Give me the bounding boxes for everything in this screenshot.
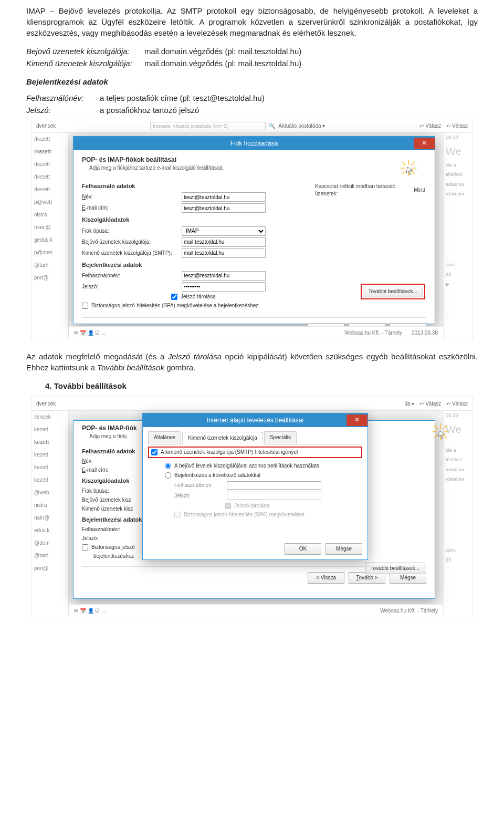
tab-general[interactable]: Általános [148, 431, 181, 444]
list-item[interactable]: rkezett [32, 183, 68, 196]
out-label: Kimenő üzenetek kiszolgálója (SMTP): [82, 250, 182, 257]
topbar-left: dvencek [36, 122, 56, 130]
list-item[interactable]: kezett [32, 461, 68, 474]
list-item[interactable]: nistra [32, 209, 68, 221]
list-item[interactable]: @tarh [32, 259, 68, 272]
more-settings-button[interactable]: További beállítások... [363, 286, 423, 297]
username-row: Felhasználónév: a teljes postafiók címe … [26, 92, 478, 103]
save-password-checkbox[interactable] [171, 294, 177, 300]
password-row: Jelszó: a postafiókhoz tartozó jelszó [26, 105, 478, 116]
list-item[interactable]: gedus.k [32, 234, 68, 246]
outlook-folder-list-2: vencek kezett kezett kezett kezett kezet… [32, 411, 69, 617]
dialog-titlebar: Fiók hozzáadása ✕ [74, 137, 435, 150]
same-settings-radio[interactable] [165, 463, 171, 469]
username-value: a teljes postafiók címe (pl: teszt@teszt… [100, 92, 478, 103]
list-item[interactable]: kezett [32, 474, 68, 486]
section-user: Felhasználó adatok [82, 182, 281, 190]
list-item[interactable]: port@ [32, 272, 68, 284]
list-item[interactable]: @tarh [32, 549, 68, 562]
incoming-server-field[interactable] [182, 237, 266, 247]
list-item[interactable]: p@web [32, 196, 68, 209]
reply-button-2[interactable]: ↩ Válasz [446, 122, 468, 130]
cursor-star-icon [398, 158, 419, 179]
list-item[interactable]: rkezett [32, 146, 68, 158]
tab-outgoing[interactable]: Kimenő üzenetek kiszolgálója [182, 432, 263, 444]
svg-line-7 [411, 162, 415, 165]
ok-button[interactable]: OK [285, 543, 321, 555]
strip-text: téséhez. [446, 171, 470, 178]
incoming-value: mail.domain.végződés (pl: mail.tesztolda… [144, 46, 478, 57]
spa-checkbox[interactable] [82, 303, 88, 309]
search-input[interactable]: Keresés: Aktuális postaláda (Ctrl+E) [150, 122, 266, 130]
account-type-select[interactable]: IMAP [182, 226, 266, 236]
footer-date: 2013.08.30 [412, 329, 438, 337]
strip-text: ▶ [446, 281, 470, 288]
user-label: Felhasználónév: [82, 272, 182, 279]
reply-button-4[interactable]: ↩ Válasz [446, 400, 468, 408]
outlook-topbar-2: dvencek da ▾ ↩ Válasz ↩ Válasz [32, 397, 472, 411]
internet-settings-dialog: Internet alapú levelezés beállításai ✕ Á… [142, 413, 368, 560]
list-item[interactable]: kezett [32, 423, 68, 436]
incoming-row: Bejövő üzenetek kiszolgálója: mail.domai… [26, 46, 478, 57]
outgoing-label: Kimenő üzenetek kiszolgálója: [26, 58, 144, 69]
cursor-star-icon-2 [430, 421, 451, 442]
password-field[interactable] [182, 282, 266, 292]
list-item[interactable]: p@dom [32, 246, 68, 259]
email-label: E-mail cím: [82, 204, 182, 212]
username-label: Felhasználónév: [26, 92, 100, 103]
login-heading: Bejelentkezési adatok [26, 76, 478, 87]
same-settings-label: A bejövő levelek kiszolgálójával azonos … [174, 462, 319, 470]
list-item[interactable]: kezett [32, 449, 68, 461]
right-strip: Cs 20 We ide a téséhez. adataina rdekébe… [443, 133, 472, 339]
offline-label: Kapcsolat nélküli módban tartandó üzenet… [315, 183, 411, 198]
smtp-auth-label: A kimenő üzenetek kiszolgálója (SMTP) hi… [161, 449, 298, 456]
intro-paragraph: IMAP – Bejövő levelezés protokollja. Az … [26, 5, 478, 38]
list-item[interactable]: rkezett [32, 133, 68, 146]
list-item[interactable]: port@ [32, 562, 68, 575]
svg-line-13 [443, 434, 447, 438]
spa-checkbox-back[interactable] [82, 544, 88, 551]
smtp-auth-checkbox[interactable] [151, 449, 158, 455]
close-button[interactable]: ✕ [414, 138, 435, 149]
outgoing-server-field[interactable] [182, 248, 266, 258]
list-item[interactable]: @web [32, 486, 68, 499]
list-item[interactable]: nain@ [32, 512, 68, 524]
strip-text: 23 [446, 272, 470, 278]
outgoing-row: Kimenő üzenetek kiszolgálója: mail.domai… [26, 58, 478, 69]
mailbox-dropdown[interactable]: Aktuális postaláda ▾ [278, 122, 325, 130]
settings-tabs: Általános Kimenő üzenetek kiszolgálója S… [148, 431, 362, 444]
reply-button-1[interactable]: ↩ Válasz [419, 122, 441, 130]
cancel-button-3[interactable]: Mégse [326, 543, 362, 555]
name-field[interactable] [182, 192, 266, 202]
strip-date: Cs 20 [446, 134, 470, 141]
close-button-2[interactable]: ✕ [346, 414, 368, 426]
list-item[interactable]: main@ [32, 221, 68, 234]
username-field[interactable] [182, 271, 266, 281]
topbar-left-2: dvencek [36, 400, 56, 408]
list-item[interactable]: @dom [32, 537, 68, 549]
in-label: Bejövő üzenetek kiszolgálója: [82, 238, 182, 246]
highlight-box: További beállítások... [361, 284, 425, 299]
outlook-footer-2: ✉ 📅 👤 ☑ … Websas.hu Kft. - Tárhely [69, 604, 443, 617]
list-item[interactable]: kezett [32, 436, 68, 449]
name-label: NNév:év: [82, 193, 182, 201]
list-item[interactable]: rkezett [32, 171, 68, 183]
tab-advanced[interactable]: Speciális [264, 431, 297, 444]
outlook-folder-list: rkezett rkezett rkezett rkezett rkezett … [32, 133, 69, 339]
login-with-radio[interactable] [165, 472, 171, 479]
incoming-label: Bejövő üzenetek kiszolgálója: [26, 46, 144, 57]
more-settings-button-back[interactable]: További beállítások... [365, 563, 425, 574]
list-item[interactable]: rkezett [32, 158, 68, 171]
back-button-2[interactable]: < Vissza [308, 572, 344, 584]
reply-button-3[interactable]: ↩ Válasz [419, 400, 441, 408]
dialog-subdesc: Adja meg a fiókjához tartozó e-mail kisz… [89, 164, 426, 172]
list-item[interactable]: edus.k [32, 524, 68, 537]
svg-line-14 [434, 434, 438, 438]
list-item[interactable]: vencek [32, 411, 68, 423]
screenshot-1: dvencek Keresés: Aktuális postaláda (Ctr… [32, 119, 472, 339]
smtp-save-pass-checkbox [225, 503, 231, 509]
footer-company: Websas.hu Kft. - Tárhely [344, 329, 402, 337]
section-server: Kiszolgálóadatok [82, 216, 281, 224]
list-item[interactable]: nistra [32, 499, 68, 512]
email-field[interactable] [182, 203, 266, 213]
